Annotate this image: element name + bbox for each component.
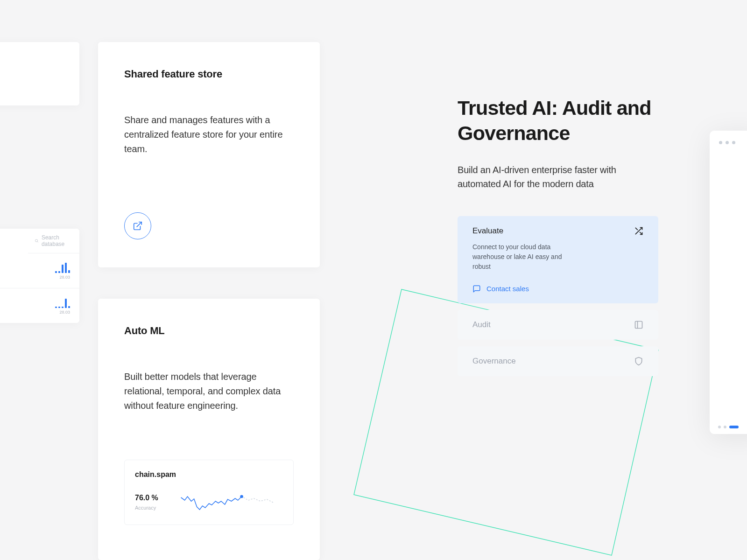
tab-label: Governance (472, 357, 516, 366)
cta-text: Contact sales (486, 285, 529, 293)
card-title: Auto ML (124, 325, 294, 337)
card-shared-feature-store: Shared feature store Share and manages f… (98, 42, 320, 267)
tab-evaluate[interactable]: Evaluate Connect to your cloud data ware… (458, 216, 658, 303)
browser-window-peek (710, 131, 747, 434)
partial-card-declarative: clarative to-end (0, 42, 79, 105)
external-link-icon (133, 221, 143, 231)
partial-title: clarative to-end (0, 61, 61, 87)
tab-description: Connect to your cloud data warehouse or … (472, 242, 580, 272)
stats-card: Search database 25.5 k Predictions 28.03… (0, 229, 79, 323)
tab-governance[interactable]: Governance (458, 346, 658, 376)
mini-bar-chart (55, 262, 70, 273)
section-title: Trusted AI: Audit and Governance (458, 96, 658, 146)
svg-point-0 (35, 239, 37, 242)
svg-rect-8 (635, 321, 642, 328)
search-placeholder: Search database (42, 234, 73, 247)
metric-label: Accuracy (135, 505, 158, 511)
tab-label: Audit (472, 320, 491, 329)
tabs-list: Evaluate Connect to your cloud data ware… (458, 216, 658, 376)
svg-line-1 (37, 241, 38, 242)
card-description: Built better models that leverage relati… (124, 370, 294, 413)
stat-row-predictions: 25.5 k Predictions 28.03 (0, 253, 79, 288)
shield-icon (634, 357, 643, 366)
shuffle-icon (634, 226, 643, 236)
svg-line-7 (635, 228, 637, 230)
stat-row-records: 343.5 k / day Records 28.03 (0, 288, 79, 323)
external-link-button[interactable] (124, 212, 151, 239)
section-subtitle: Build an AI-driven enterprise faster wit… (458, 163, 658, 191)
panel-icon (634, 320, 643, 329)
metric-panel: chain.spam 76.0 % Accuracy (124, 460, 294, 525)
card-auto-ml: Auto ML Built better models that leverag… (98, 299, 320, 560)
section-trusted-ai: Trusted AI: Audit and Governance Build a… (458, 96, 658, 376)
stat-date: 28.03 (59, 275, 70, 280)
svg-line-2 (137, 222, 141, 227)
sparkline-chart (172, 492, 283, 512)
card-title: Shared feature store (124, 68, 294, 80)
metric-value: 76.0 % (135, 494, 158, 502)
svg-point-3 (240, 496, 243, 498)
window-controls (719, 141, 735, 144)
tab-audit[interactable]: Audit (458, 310, 658, 340)
card-description: Share and manages features with a centra… (124, 113, 294, 156)
carousel-pager[interactable] (718, 426, 739, 428)
search-input[interactable]: Search database (28, 229, 79, 253)
chat-icon (472, 285, 481, 293)
stat-date: 28.03 (59, 310, 70, 315)
search-icon (35, 238, 39, 244)
contact-sales-link[interactable]: Contact sales (472, 285, 529, 293)
tab-label: Evaluate (472, 226, 503, 236)
mini-bar-chart (55, 297, 70, 308)
metric-name: chain.spam (135, 470, 283, 479)
